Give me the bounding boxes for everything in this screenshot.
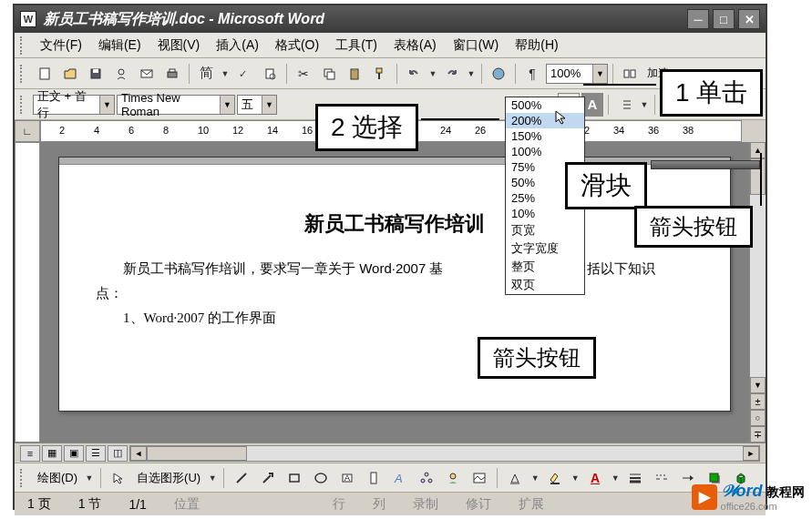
fill-color-dropdown[interactable]: ▼ [529, 466, 540, 490]
rectangle-tool-button[interactable] [283, 466, 306, 490]
new-doc-button[interactable] [33, 62, 57, 86]
diagram-button[interactable] [415, 466, 438, 490]
status-record[interactable]: 录制 [407, 496, 444, 513]
hyperlink-button[interactable] [487, 62, 510, 86]
zoom-option[interactable]: 200% [506, 113, 584, 128]
wordart-button[interactable]: A [388, 466, 412, 490]
scroll-up-button[interactable]: ▲ [750, 142, 766, 158]
fill-color-button[interactable] [503, 466, 527, 490]
permission-button[interactable] [109, 62, 133, 86]
line-color-button[interactable] [543, 466, 567, 490]
menu-format[interactable]: 格式(O) [268, 36, 326, 56]
reading-view-button[interactable]: ◫ [108, 445, 128, 462]
status-section[interactable]: 1 节 [73, 496, 108, 513]
zoom-option[interactable]: 双页 [506, 276, 584, 294]
save-button[interactable] [84, 62, 108, 86]
numbering-dropdown[interactable]: ▼ [639, 93, 650, 117]
read-mode-button[interactable] [618, 62, 642, 86]
vertical-textbox-button[interactable] [362, 466, 385, 490]
normal-view-button[interactable]: ≡ [20, 445, 40, 462]
doc-paragraph-2[interactable]: 点： [96, 281, 694, 306]
hscroll-thumb[interactable] [147, 446, 247, 461]
scroll-right-button[interactable]: ► [743, 446, 759, 461]
font-color-dropdown-2[interactable]: ▼ [610, 466, 621, 490]
status-revise[interactable]: 修订 [460, 496, 497, 513]
undo-dropdown[interactable]: ▼ [427, 62, 438, 86]
close-button[interactable]: ✕ [738, 9, 760, 29]
clipart-button[interactable] [441, 466, 465, 490]
autoshapes-menu[interactable]: 自选图形(U) [133, 470, 204, 486]
status-extend[interactable]: 扩展 [513, 496, 550, 513]
textbox-tool-button[interactable]: A [335, 466, 359, 490]
menu-insert[interactable]: 插入(A) [209, 36, 266, 56]
draw-menu-dropdown[interactable]: ▼ [84, 466, 95, 490]
status-column[interactable]: 列 [367, 496, 391, 513]
maximize-button[interactable]: □ [713, 9, 735, 29]
zoom-option[interactable]: 页宽 [506, 221, 584, 239]
redo-button[interactable] [440, 62, 464, 86]
zoom-option[interactable]: 整页 [506, 258, 584, 276]
numbering-button[interactable] [613, 93, 637, 117]
menubar-grip[interactable] [20, 36, 27, 55]
open-button[interactable] [58, 62, 82, 86]
menu-tools[interactable]: 工具(T) [328, 36, 385, 56]
tab-selector[interactable]: ∟ [15, 120, 40, 142]
select-objects-button[interactable] [107, 466, 130, 490]
toolbar-grip[interactable] [20, 65, 27, 83]
format-painter-button[interactable] [368, 62, 392, 86]
status-position[interactable]: 位置 [169, 496, 205, 513]
scroll-down-button[interactable]: ▼ [750, 377, 766, 393]
drawbar-grip[interactable] [20, 469, 27, 487]
menu-edit[interactable]: 编辑(E) [91, 36, 149, 56]
paragraph-mark-button[interactable]: ¶ [520, 62, 544, 86]
font-combo[interactable]: Times New Roman ▼ [117, 95, 235, 115]
insert-picture-button[interactable] [468, 466, 491, 490]
font-color-button-2[interactable]: A [583, 466, 607, 490]
line-color-dropdown[interactable]: ▼ [570, 466, 581, 490]
menu-view[interactable]: 视图(V) [150, 36, 208, 56]
toolbar-grip-2[interactable] [20, 96, 27, 114]
doc-paragraph-3[interactable]: 1、Word·2007 的工作界面 [96, 306, 694, 331]
status-pages[interactable]: 1/1 [123, 497, 151, 512]
menu-table[interactable]: 表格(A) [386, 36, 444, 56]
fontsize-dropdown-arrow[interactable]: ▼ [262, 96, 276, 114]
zoom-option[interactable]: 文字宽度 [506, 239, 584, 258]
horizontal-scrollbar[interactable]: ◄ ► [129, 445, 760, 462]
previous-page-button[interactable]: ± [750, 393, 766, 410]
zoom-option[interactable]: 100% [506, 144, 584, 159]
line-tool-button[interactable] [230, 466, 253, 490]
web-view-button[interactable]: ▦ [42, 445, 62, 462]
doc-paragraph-1[interactable]: 新员工书稿写作培训，要求写一章关于 Word·2007 基 括以下知识 [96, 256, 694, 281]
print-view-button[interactable]: ▣ [64, 445, 84, 462]
style-combo[interactable]: 正文 + 首行 ▼ [33, 95, 115, 115]
dash-style-button[interactable] [650, 466, 673, 490]
browse-object-button[interactable]: ○ [750, 410, 766, 426]
status-line[interactable]: 行 [327, 496, 351, 513]
vertical-scrollbar[interactable]: ▲ ▼ ± ○ ∓ [749, 142, 766, 443]
spellcheck-button[interactable]: ✓ [232, 62, 256, 86]
redo-dropdown[interactable]: ▼ [466, 62, 477, 86]
paste-button[interactable] [343, 62, 366, 86]
undo-button[interactable] [402, 62, 426, 86]
line-style-button[interactable] [623, 466, 647, 490]
zoom-dropdown-arrow[interactable]: ▼ [592, 65, 607, 83]
style-dropdown-arrow[interactable]: ▼ [99, 96, 114, 114]
chinese-convert-button[interactable]: 简 [194, 62, 218, 86]
menu-file[interactable]: 文件(F) [33, 36, 89, 56]
mail-button[interactable] [135, 62, 159, 86]
autoshapes-dropdown[interactable]: ▼ [207, 466, 218, 490]
oval-tool-button[interactable] [309, 466, 333, 490]
menu-help[interactable]: 帮助(H) [508, 36, 565, 56]
research-button[interactable] [258, 62, 282, 86]
zoom-combo[interactable]: 100% ▼ [546, 64, 608, 84]
font-dropdown-arrow[interactable]: ▼ [220, 96, 234, 114]
print-button[interactable] [160, 62, 184, 86]
next-page-button[interactable]: ∓ [750, 426, 766, 443]
fontsize-combo[interactable]: 五 ▼ [237, 95, 277, 115]
draw-menu[interactable]: 绘图(D) [34, 470, 81, 486]
status-page[interactable]: 1 页 [22, 496, 57, 513]
cut-button[interactable]: ✂ [292, 62, 315, 86]
chinese-dropdown[interactable]: ▼ [220, 62, 231, 86]
zoom-option[interactable]: 150% [506, 128, 584, 144]
arrow-tool-button[interactable] [256, 466, 280, 490]
